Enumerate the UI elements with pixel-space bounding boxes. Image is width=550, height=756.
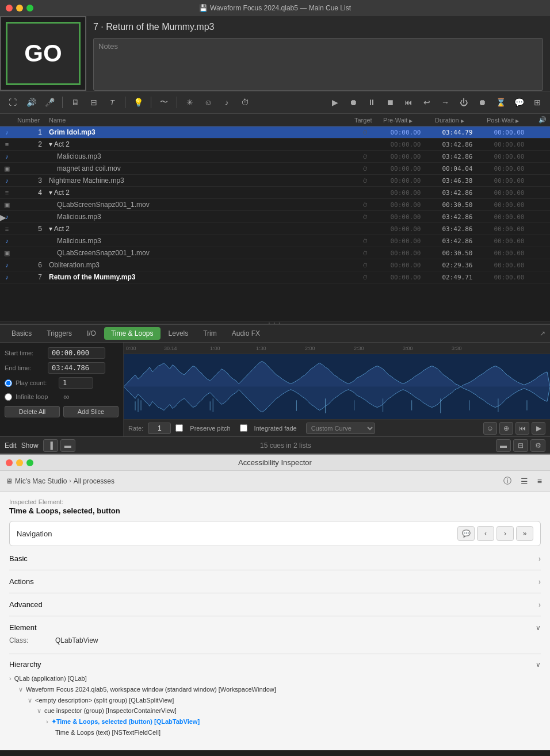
custom-curve-select[interactable]: Custom Curve xyxy=(306,423,375,434)
play-count-radio[interactable] xyxy=(5,379,12,387)
record-button[interactable]: ⏺ xyxy=(345,95,361,110)
cue-postwait-cell: 00:00.00 xyxy=(483,211,535,223)
hourglass-button[interactable]: ⌛ xyxy=(492,95,509,110)
cue-vol-cell xyxy=(535,271,550,283)
tab-time-loops[interactable]: Time & Loops xyxy=(104,327,161,340)
monitor-button[interactable]: 🖥 xyxy=(67,95,83,110)
end-time-input[interactable] xyxy=(48,362,105,374)
table-row[interactable]: ♪ Malicious.mp3 ⏱ 00:00.00 03:42.86 00:0… xyxy=(0,151,550,163)
acc-section-advanced-header[interactable]: Advanced › xyxy=(9,599,541,610)
table-row[interactable]: ♪ 6 Obliteration.mp3 ⏱ 00:00.00 02:29.36… xyxy=(0,259,550,271)
status-right-1[interactable]: ▬ xyxy=(496,439,511,452)
rate-input[interactable] xyxy=(148,423,171,434)
infinite-loop-radio[interactable] xyxy=(5,393,12,401)
wave-button[interactable]: 〜 xyxy=(156,95,172,110)
tab-expand-icon[interactable]: ↗ xyxy=(540,329,545,337)
loop-button[interactable]: ↩ xyxy=(419,95,435,110)
acc-section-element-header[interactable]: Element ∨ xyxy=(9,622,541,633)
acc-forward-button[interactable]: › xyxy=(496,526,514,541)
text-button[interactable]: T xyxy=(104,95,120,110)
table-row[interactable]: ♪ 1 Grim Idol.mp3 ⏱ 00:00.00 03:44.79 00… xyxy=(0,126,550,139)
close-button[interactable] xyxy=(6,5,13,11)
notes-field[interactable]: Notes xyxy=(93,38,543,91)
cue-list-area: ▶ Number Name Target Pre-Wait ▶ Duration… xyxy=(0,114,550,321)
cue-name-cell: QLabScreenSnapz001_1.mov xyxy=(45,247,351,259)
show-button[interactable]: Show xyxy=(21,442,39,450)
next-button[interactable]: → xyxy=(437,95,453,110)
delete-all-button[interactable]: Delete All xyxy=(5,406,60,417)
acc-hierarchy-header[interactable]: Hierarchy ∨ xyxy=(9,660,541,669)
cue-target-cell: ⏱ xyxy=(351,211,380,223)
tab-io[interactable]: I/O xyxy=(80,327,103,340)
rate-icon-4[interactable]: ▶ xyxy=(532,422,545,435)
rate-icon-1[interactable]: ☺ xyxy=(483,422,497,435)
status-right-2[interactable]: ⊟ xyxy=(513,439,528,452)
table-row[interactable]: ♪ 3 Nightmare Machine.mp3 ⏱ 00:00.00 03:… xyxy=(0,175,550,187)
comment-button[interactable]: 💬 xyxy=(511,95,527,110)
light-button[interactable]: 💡 xyxy=(130,95,146,110)
status-icon-2[interactable]: ▬ xyxy=(60,439,75,452)
window-title: Waveform Focus 2024.qlab5 — Main Cue Lis… xyxy=(210,4,351,12)
acc-minimize-button[interactable] xyxy=(16,459,23,466)
table-row[interactable]: ≡ 5 ▾ Act 2 00:00.00 03:42.86 00:00.00 xyxy=(0,223,550,235)
acc-back-button[interactable]: ‹ xyxy=(477,526,494,541)
acc-maximize-button[interactable] xyxy=(26,459,33,466)
acc-list-button[interactable]: ☰ xyxy=(518,475,530,487)
acc-section-actions-header[interactable]: Actions › xyxy=(9,576,541,587)
acc-section-basic-header[interactable]: Basic › xyxy=(9,553,541,564)
waveform-area[interactable]: // This is a static SVG, we'll use hardc… xyxy=(124,354,550,419)
table-row[interactable]: ▣ QLabScreenSnapz001_1.mov ⏱ 00:00.00 00… xyxy=(0,199,550,211)
acc-info-button[interactable]: ⓘ xyxy=(501,475,514,488)
cue-type-icon: ♪ xyxy=(5,177,9,184)
tab-trim[interactable]: Trim xyxy=(196,327,224,340)
minimize-button[interactable] xyxy=(16,5,23,11)
tab-triggers[interactable]: Triggers xyxy=(40,327,79,340)
start-time-input[interactable] xyxy=(48,347,105,359)
status-right-3[interactable]: ⚙ xyxy=(530,439,545,452)
acc-next-button[interactable]: » xyxy=(516,526,533,541)
panic-button[interactable]: ⏺ xyxy=(474,95,490,110)
pause-button[interactable]: ⏸ xyxy=(364,95,380,110)
acc-comment-button[interactable]: 💬 xyxy=(457,526,475,541)
go-button[interactable]: GO xyxy=(0,16,86,91)
table-row[interactable]: ▣ magnet and coil.mov ⏱ 00:00.00 00:04.0… xyxy=(0,163,550,175)
sparkle-button[interactable]: ✳ xyxy=(182,95,198,110)
play-count-input[interactable] xyxy=(59,377,93,389)
grid-button[interactable]: ⊞ xyxy=(529,95,545,110)
tab-audio-fx[interactable]: Audio FX xyxy=(225,327,267,340)
preserve-pitch-checkbox[interactable] xyxy=(175,424,183,432)
table-row[interactable]: ≡ 4 ▾ Act 2 00:00.00 03:42.86 00:00.00 xyxy=(0,187,550,199)
table-row[interactable]: ▣ QLabScreenSnapz001_1.mov ⏱ 00:00.00 00… xyxy=(0,247,550,259)
table-row[interactable]: ♪ Malicious.mp3 ⏱ 00:00.00 03:42.86 00:0… xyxy=(0,211,550,223)
table-row[interactable]: ♪ Malicious.mp3 ⏱ 00:00.00 03:42.86 00:0… xyxy=(0,235,550,247)
split-button[interactable]: ⊟ xyxy=(86,95,102,110)
acc-filter-button[interactable]: ≡ xyxy=(535,475,544,487)
power-button[interactable]: ⏻ xyxy=(456,95,472,110)
rate-icon-3[interactable]: ⏮ xyxy=(515,422,529,435)
clock-button[interactable]: ⏱ xyxy=(237,95,253,110)
table-row[interactable]: ♪ 7 Return of the Mummy.mp3 ⏱ 00:00.00 0… xyxy=(0,271,550,283)
acc-close-button[interactable] xyxy=(6,459,13,466)
edit-button[interactable]: Edit xyxy=(5,442,17,450)
prev-button[interactable]: ⏮ xyxy=(400,95,417,110)
cue-info-panel: 7 · Return of the Mummy.mp3 Notes xyxy=(86,16,550,91)
time-loops-content: Start time: End time: Play count: Infini… xyxy=(0,343,550,436)
cue-type-icon: ▣ xyxy=(4,165,10,172)
status-icon-1[interactable]: ▐ xyxy=(43,439,58,452)
tab-levels[interactable]: Levels xyxy=(162,327,196,340)
cue-prewait-cell: 00:00.00 xyxy=(380,223,431,235)
cue-number-cell xyxy=(14,163,45,175)
maximize-button[interactable] xyxy=(26,5,33,11)
table-row[interactable]: ≡ 2 ▾ Act 2 00:00.00 03:42.86 00:00.00 xyxy=(0,139,550,151)
mic-button[interactable]: 🎤 xyxy=(41,95,58,110)
add-slice-button[interactable]: Add Slice xyxy=(63,406,119,417)
play-button[interactable]: ▶ xyxy=(327,95,343,110)
fullscreen-button[interactable]: ⛶ xyxy=(5,95,21,110)
stop-button[interactable]: ⏹ xyxy=(382,95,398,110)
emoji-button[interactable]: ☺ xyxy=(200,95,216,110)
tab-basics[interactable]: Basics xyxy=(5,327,39,340)
integrated-fade-checkbox[interactable] xyxy=(240,424,247,432)
audio-button[interactable]: 🔊 xyxy=(23,95,39,110)
rate-icon-2[interactable]: ⊕ xyxy=(499,422,513,435)
music-button[interactable]: ♪ xyxy=(219,95,235,110)
